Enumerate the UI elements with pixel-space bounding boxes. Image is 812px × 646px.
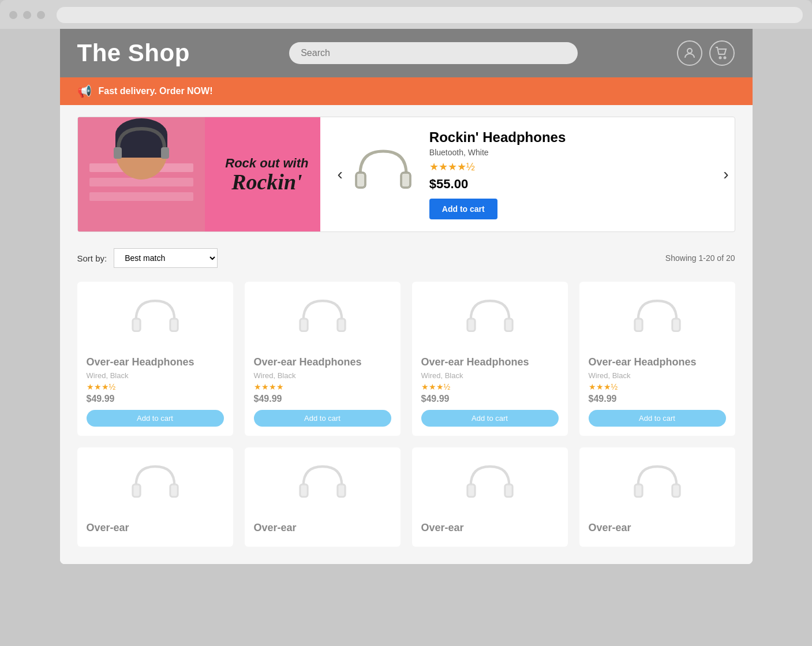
svg-rect-27 bbox=[505, 319, 512, 330]
sort-select[interactable]: Best match Price: Low to High Price: Hig… bbox=[114, 248, 218, 268]
svg-rect-39 bbox=[338, 485, 345, 496]
product-add-button-1[interactable]: Add to cart bbox=[254, 410, 391, 427]
browser-dot-red bbox=[9, 11, 17, 19]
product-price-2: $49.99 bbox=[421, 394, 559, 404]
product-sub-0: Wired, Black bbox=[87, 371, 224, 380]
headphone-svg-3 bbox=[628, 296, 686, 345]
svg-rect-26 bbox=[467, 319, 474, 330]
product-name-7: Over-ear bbox=[589, 521, 726, 535]
cart-icon-button[interactable] bbox=[709, 40, 735, 66]
svg-rect-11 bbox=[161, 147, 169, 159]
product-image-0 bbox=[121, 291, 190, 349]
search-input[interactable] bbox=[289, 42, 578, 64]
product-image-1 bbox=[288, 291, 357, 349]
product-image-6 bbox=[455, 457, 525, 514]
banner-next-button[interactable]: › bbox=[723, 165, 728, 184]
svg-rect-6 bbox=[89, 192, 193, 201]
svg-rect-47 bbox=[672, 485, 679, 496]
svg-rect-9 bbox=[115, 135, 167, 158]
product-card-0: Over-ear Headphones Wired, Black ★★★½ $4… bbox=[77, 282, 233, 436]
user-icon-button[interactable] bbox=[677, 40, 702, 66]
svg-rect-22 bbox=[300, 319, 307, 330]
headphone-svg-2 bbox=[461, 296, 519, 345]
featured-banner: Rock out with Rockin' ‹ bbox=[77, 117, 735, 232]
svg-rect-42 bbox=[467, 485, 474, 496]
product-sub-1: Wired, Black bbox=[254, 371, 391, 380]
product-name-1: Over-ear Headphones bbox=[254, 356, 391, 369]
product-add-button-0[interactable]: Add to cart bbox=[87, 410, 224, 427]
banner-product-side: ‹ Rockin' Headphones bbox=[320, 117, 735, 231]
sort-label: Sort by: bbox=[77, 253, 107, 263]
svg-point-1 bbox=[720, 57, 721, 59]
banner-tagline1: Rock out with bbox=[225, 156, 308, 171]
featured-product-name: Rockin' Headphones bbox=[429, 129, 723, 145]
banner-product-image bbox=[349, 140, 418, 209]
featured-product-stars: ★★★★½ bbox=[429, 160, 723, 173]
headphone-svg-7 bbox=[628, 461, 686, 510]
svg-rect-14 bbox=[357, 173, 365, 187]
svg-rect-10 bbox=[114, 147, 122, 159]
showing-count: Showing 1-20 of 20 bbox=[665, 253, 735, 263]
product-image-4 bbox=[121, 457, 190, 514]
product-add-button-2[interactable]: Add to cart bbox=[421, 410, 559, 427]
svg-rect-46 bbox=[635, 485, 642, 496]
browser-dot-green bbox=[37, 11, 45, 19]
product-stars-3: ★★★½ bbox=[589, 382, 726, 391]
product-card-4: Over-ear bbox=[77, 447, 233, 546]
svg-rect-18 bbox=[133, 319, 140, 330]
browser-chrome bbox=[0, 0, 812, 29]
product-image-2 bbox=[455, 291, 525, 349]
product-image-5 bbox=[288, 457, 357, 514]
headphone-svg-5 bbox=[294, 461, 351, 510]
product-name-6: Over-ear bbox=[421, 521, 559, 535]
promo-banner: 📢 Fast delivery. Order NOW! bbox=[60, 77, 753, 105]
svg-rect-23 bbox=[338, 319, 345, 330]
svg-rect-30 bbox=[635, 319, 642, 330]
featured-product-subtitle: Bluetooth, White bbox=[429, 148, 723, 157]
product-name-3: Over-ear Headphones bbox=[589, 356, 726, 369]
product-add-button-3[interactable]: Add to cart bbox=[589, 410, 726, 427]
content-area: Rock out with Rockin' ‹ bbox=[60, 105, 753, 564]
product-name-5: Over-ear bbox=[254, 521, 391, 535]
product-price-1: $49.99 bbox=[254, 394, 391, 404]
browser-dot-yellow bbox=[23, 11, 31, 19]
product-sub-2: Wired, Black bbox=[421, 371, 559, 380]
svg-rect-15 bbox=[402, 173, 410, 187]
product-price-0: $49.99 bbox=[87, 394, 224, 404]
product-card-2: Over-ear Headphones Wired, Black ★★★½ $4… bbox=[412, 282, 568, 436]
headphone-svg-6 bbox=[461, 461, 519, 510]
product-grid: Over-ear Headphones Wired, Black ★★★½ $4… bbox=[77, 282, 735, 547]
banner-prev-button[interactable]: ‹ bbox=[332, 165, 349, 184]
svg-rect-43 bbox=[505, 485, 512, 496]
product-image-7 bbox=[623, 457, 692, 514]
product-stars-2: ★★★½ bbox=[421, 382, 559, 391]
svg-point-0 bbox=[687, 48, 692, 53]
site-title: The Shop bbox=[77, 39, 190, 67]
banner-image-side: Rock out with Rockin' bbox=[78, 117, 320, 231]
site-header: The Shop bbox=[60, 29, 753, 77]
svg-rect-19 bbox=[170, 319, 177, 330]
svg-rect-31 bbox=[672, 319, 679, 330]
banner-person-illustration bbox=[78, 117, 205, 231]
header-icons bbox=[677, 40, 735, 66]
featured-add-to-cart-button[interactable]: Add to cart bbox=[429, 199, 497, 219]
product-card-7: Over-ear bbox=[579, 447, 735, 546]
featured-product-price: $55.00 bbox=[429, 177, 723, 192]
sort-left: Sort by: Best match Price: Low to High P… bbox=[77, 248, 218, 268]
promo-text: Fast delivery. Order NOW! bbox=[99, 86, 213, 96]
svg-rect-35 bbox=[170, 485, 177, 496]
product-card-6: Over-ear bbox=[412, 447, 568, 546]
promo-icon: 📢 bbox=[77, 84, 92, 98]
product-name-0: Over-ear Headphones bbox=[87, 356, 224, 369]
product-image-3 bbox=[623, 291, 692, 349]
headphone-svg-1 bbox=[294, 296, 351, 345]
product-name-4: Over-ear bbox=[87, 521, 224, 535]
product-stars-1: ★★★★ bbox=[254, 382, 391, 391]
product-sub-3: Wired, Black bbox=[589, 371, 726, 380]
browser-addressbar[interactable] bbox=[57, 7, 803, 23]
product-card-1: Over-ear Headphones Wired, Black ★★★★ $4… bbox=[245, 282, 401, 436]
product-card-5: Over-ear bbox=[245, 447, 401, 546]
featured-headphone-svg bbox=[349, 145, 418, 203]
sort-bar: Sort by: Best match Price: Low to High P… bbox=[77, 246, 735, 270]
svg-rect-38 bbox=[300, 485, 307, 496]
